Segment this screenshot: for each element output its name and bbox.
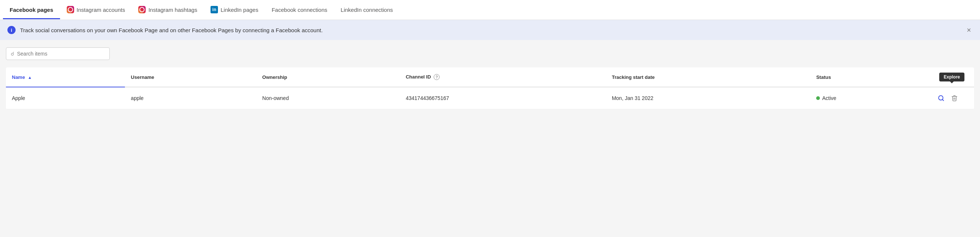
status-badge: Active <box>816 95 924 101</box>
actions-container <box>935 93 968 104</box>
cell-status: Active <box>810 87 929 109</box>
main-content: ☌ Name ▲ Username Ownership <box>0 40 980 117</box>
instagram-accounts-icon <box>67 6 74 13</box>
explore-tooltip-label: Explore <box>944 74 960 80</box>
explore-button[interactable] <box>935 93 947 104</box>
tab-linkedin-connections[interactable]: LinkedIn connections <box>334 1 399 19</box>
status-label: Active <box>822 95 836 101</box>
linkedin-pages-label: LinkedIn pages <box>221 7 258 13</box>
cell-username: apple <box>125 87 256 109</box>
status-dot <box>816 96 820 100</box>
cell-channel-id: 434174436675167 <box>400 87 606 109</box>
banner-content: i Track social conversations on your own… <box>7 26 323 34</box>
svg-line-1 <box>942 99 943 100</box>
table-row: Apple apple Non-owned 434174436675167 Mo… <box>6 87 974 109</box>
search-input[interactable] <box>17 51 105 57</box>
column-header-channel-id[interactable]: Channel ID ? <box>400 67 606 87</box>
column-header-name[interactable]: Name ▲ <box>6 67 125 87</box>
instagram-accounts-label: Instagram accounts <box>77 7 125 13</box>
facebook-pages-label: Facebook pages <box>10 7 53 13</box>
tab-navigation: Facebook pages Instagram accounts Instag… <box>0 0 980 20</box>
tab-instagram-accounts[interactable]: Instagram accounts <box>60 0 132 20</box>
tab-instagram-hashtags[interactable]: Instagram hashtags <box>132 0 204 20</box>
column-header-status[interactable]: Status <box>810 67 929 87</box>
search-container: ☌ <box>6 47 110 60</box>
column-header-ownership[interactable]: Ownership <box>256 67 400 87</box>
column-header-username[interactable]: Username <box>125 67 256 87</box>
linkedin-connections-label: LinkedIn connections <box>340 7 393 13</box>
banner-close-button[interactable]: × <box>965 26 973 34</box>
search-icon: ☌ <box>11 51 14 57</box>
column-header-actions: Explore <box>929 67 974 87</box>
delete-button[interactable] <box>949 93 960 104</box>
tab-facebook-pages[interactable]: Facebook pages <box>3 1 60 19</box>
linkedin-pages-icon: in <box>210 6 218 13</box>
cell-name: Apple <box>6 87 125 109</box>
channel-id-help-icon[interactable]: ? <box>434 74 439 80</box>
tab-linkedin-pages[interactable]: in LinkedIn pages <box>204 0 265 20</box>
data-table-container: Name ▲ Username Ownership Channel ID ? T <box>6 67 974 109</box>
data-table: Name ▲ Username Ownership Channel ID ? T <box>6 67 974 109</box>
table-header-row: Name ▲ Username Ownership Channel ID ? T <box>6 67 974 87</box>
info-banner: i Track social conversations on your own… <box>0 20 980 40</box>
info-icon: i <box>7 26 16 34</box>
cell-ownership: Non-owned <box>256 87 400 109</box>
banner-text: Track social conversations on your own F… <box>20 27 323 33</box>
cell-tracking-start-date: Mon, Jan 31 2022 <box>606 87 811 109</box>
instagram-hashtags-label: Instagram hashtags <box>148 7 197 13</box>
tab-facebook-connections[interactable]: Facebook connections <box>265 1 334 19</box>
column-header-tracking-start-date[interactable]: Tracking start date <box>606 67 811 87</box>
facebook-connections-label: Facebook connections <box>272 7 327 13</box>
instagram-hashtags-icon <box>138 6 146 13</box>
sort-arrow-name: ▲ <box>28 75 32 80</box>
cell-actions <box>929 87 974 109</box>
